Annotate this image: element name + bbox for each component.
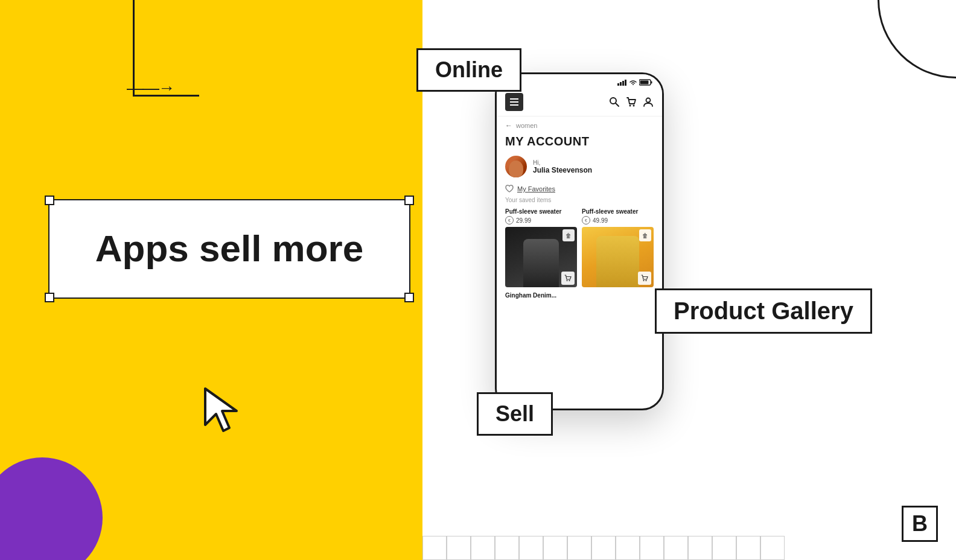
- cart-small-icon: [641, 275, 648, 282]
- svg-point-14: [643, 280, 645, 281]
- header-icons: [609, 97, 654, 107]
- grid-cell: [567, 536, 591, 560]
- purple-circle-decoration: [0, 457, 103, 560]
- b-logo: B: [902, 506, 938, 542]
- products-grid: Puff-sleeve sweater € 29.99 🗑: [505, 208, 654, 287]
- phone-content: ← women MY ACCOUNT Hi, Julia Steevenson: [497, 116, 662, 402]
- grid-cell: [688, 536, 712, 560]
- status-bar: 9:41: [497, 74, 662, 88]
- grid-cell: [640, 536, 664, 560]
- status-icons: [617, 79, 652, 86]
- svg-rect-0: [617, 83, 619, 86]
- avatar: [505, 156, 527, 177]
- currency-symbol-2: €: [582, 216, 590, 224]
- currency-symbol-1: €: [505, 216, 514, 224]
- resize-handle-tr[interactable]: [404, 196, 414, 205]
- text-box-container[interactable]: Apps sell more: [48, 199, 410, 299]
- resize-handle-tl[interactable]: [45, 196, 54, 205]
- product-price-row-2: € 49.99: [582, 216, 654, 224]
- grid-cell: [495, 536, 519, 560]
- svg-rect-5: [651, 81, 652, 84]
- label-product-gallery: Product Gallery: [655, 288, 872, 334]
- favorites-link[interactable]: My Favorites: [517, 185, 555, 192]
- user-icon[interactable]: [643, 97, 654, 107]
- b-logo-text: B: [912, 511, 928, 536]
- grid-cell: [664, 536, 688, 560]
- arrow-decoration: ——→: [127, 78, 174, 98]
- grid-cell: [616, 536, 640, 560]
- left-yellow-section: ——→ Apps sell more: [0, 0, 422, 560]
- product-price-1: 29.99: [516, 217, 531, 224]
- resize-handle-br[interactable]: [404, 293, 414, 302]
- product-name-2: Puff-sleeve sweater: [582, 208, 654, 215]
- delete-button-1[interactable]: 🗑: [562, 229, 575, 241]
- svg-rect-1: [620, 82, 622, 86]
- deco-arc-top-right: [878, 0, 956, 78]
- delete-button-2[interactable]: 🗑: [639, 229, 651, 241]
- favorites-row[interactable]: My Favorites: [505, 185, 654, 193]
- resize-handle-bl[interactable]: [45, 293, 54, 302]
- product-gallery-text: Product Gallery: [674, 298, 853, 324]
- label-online: Online: [416, 48, 521, 92]
- user-info-row: Hi, Julia Steevenson: [505, 156, 654, 177]
- grid-cell: [519, 536, 543, 560]
- svg-rect-3: [625, 80, 626, 86]
- grid-cell: [447, 536, 471, 560]
- partial-product-name: Gingham Denim...: [505, 292, 654, 299]
- add-to-cart-button-2[interactable]: [638, 272, 651, 285]
- user-hi-label: Hi,: [533, 159, 592, 166]
- breadcrumb-text: women: [516, 122, 537, 129]
- search-icon[interactable]: [609, 97, 620, 107]
- svg-point-10: [633, 105, 635, 107]
- avatar-face: [509, 161, 523, 177]
- svg-rect-2: [622, 81, 624, 86]
- svg-point-9: [629, 105, 631, 107]
- main-heading: Apps sell more: [95, 228, 363, 269]
- account-title: MY ACCOUNT: [505, 135, 654, 148]
- cursor-icon: [199, 383, 247, 439]
- add-to-cart-button-1[interactable]: [561, 272, 575, 285]
- phone-frame: 9:41: [495, 72, 664, 410]
- svg-rect-6: [640, 81, 649, 84]
- svg-point-15: [646, 280, 647, 281]
- svg-line-8: [616, 103, 619, 106]
- user-details: Hi, Julia Steevenson: [533, 159, 592, 174]
- product-image-2: 🗑: [582, 227, 654, 287]
- product-price-2: 49.99: [593, 217, 608, 224]
- cart-small-icon: [564, 275, 572, 282]
- grid-cell: [543, 536, 567, 560]
- breadcrumb-arrow-icon: ←: [505, 121, 512, 130]
- bottom-grid-row: [422, 536, 785, 560]
- phone-header: [497, 88, 662, 116]
- grid-cell: [471, 536, 495, 560]
- hamburger-line: [510, 104, 518, 106]
- product-card-1[interactable]: Puff-sleeve sweater € 29.99 🗑: [505, 208, 577, 287]
- heart-icon: [505, 185, 514, 193]
- product-image-1: 🗑: [505, 227, 577, 287]
- saved-items-label: Your saved items: [505, 197, 654, 203]
- grid-cell: [760, 536, 785, 560]
- svg-point-12: [567, 280, 568, 281]
- grid-cell: [736, 536, 760, 560]
- hamburger-button[interactable]: [505, 93, 523, 111]
- grid-cell: [591, 536, 616, 560]
- hamburger-line: [510, 98, 518, 100]
- sell-text: Sell: [496, 401, 534, 426]
- hamburger-line: [510, 101, 518, 103]
- label-sell: Sell: [477, 392, 553, 436]
- breadcrumb: ← women: [505, 121, 654, 130]
- online-text: Online: [435, 57, 503, 82]
- battery-icon: [639, 79, 652, 86]
- product-card-2[interactable]: Puff-sleeve sweater € 49.99 🗑: [582, 208, 654, 287]
- cart-icon[interactable]: [626, 97, 637, 107]
- product-price-row-1: € 29.99: [505, 216, 577, 224]
- wifi-icon: [629, 80, 637, 86]
- phone-mockup: 9:41: [495, 72, 664, 410]
- grid-cell: [422, 536, 447, 560]
- svg-point-13: [569, 280, 570, 281]
- signal-icon: [617, 80, 627, 86]
- product-name-1: Puff-sleeve sweater: [505, 208, 577, 215]
- svg-point-11: [646, 98, 651, 103]
- grid-cell: [712, 536, 736, 560]
- user-name: Julia Steevenson: [533, 166, 592, 174]
